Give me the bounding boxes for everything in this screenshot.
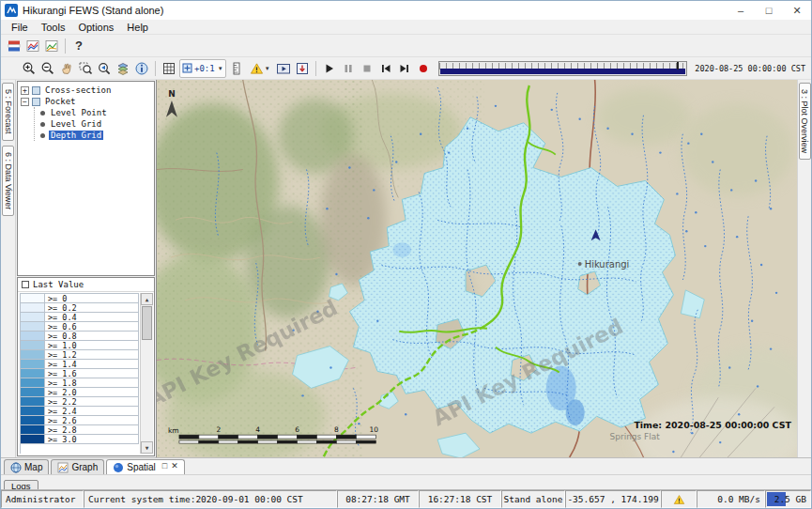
panel-maximize-icon[interactable]: □	[162, 462, 167, 470]
minimize-icon[interactable]: –	[727, 1, 755, 20]
sphere-icon	[113, 462, 124, 473]
scale-tick-label: 2	[216, 425, 221, 434]
dock-tab-data-viewer[interactable]: 6 : Data Viewer	[2, 146, 14, 216]
scale-tick-label: 10	[370, 425, 379, 434]
pan-icon[interactable]	[57, 59, 76, 78]
tab-map-label: Map	[24, 462, 42, 472]
info-icon[interactable]	[132, 59, 151, 78]
timeline-cursor[interactable]	[677, 62, 679, 69]
zoom-box-icon[interactable]	[76, 59, 95, 78]
scale-unit-label: km	[168, 426, 179, 435]
record-button[interactable]	[414, 59, 433, 78]
spatial-map[interactable]: Hikurangi Springs Flat API Key Required …	[157, 80, 797, 457]
tab-spatial-label: Spatial	[127, 462, 156, 472]
scroll-down-icon[interactable]: ▼	[141, 441, 153, 454]
tab-spatial[interactable]: Spatial □ ✕	[106, 459, 185, 474]
legend-threshold-label: >= 0.2	[45, 303, 139, 313]
legend-row: >= 0.8	[21, 332, 139, 341]
legend-threshold-label: >= 0	[45, 294, 139, 303]
status-bar: Administrator Current system time:2020-0…	[1, 489, 811, 508]
panel-close-icon[interactable]: ✕	[171, 462, 178, 470]
place-label: Springs Flat	[610, 432, 661, 441]
main-toolbar: ?	[1, 35, 811, 57]
status-mode: Stand alone	[501, 490, 565, 508]
menu-file[interactable]: File	[5, 22, 35, 33]
legend-scrollbar[interactable]: ▲ ▼	[140, 293, 153, 454]
layer-tree[interactable]: + Cross-section − Pocket Level Point	[17, 81, 155, 276]
legend-threshold-label: >= 1.6	[45, 369, 139, 378]
legend-threshold-label: >= 2.8	[45, 425, 139, 435]
legend-row: >= 0.2	[21, 303, 139, 313]
tree-children: Level Point Level Grid Depth Grid	[34, 107, 154, 141]
warning-dropdown[interactable]: ▼	[247, 59, 273, 78]
explorer-icon[interactable]	[5, 37, 23, 55]
tree-node-label[interactable]: Level Point	[49, 108, 109, 117]
zoom-in-icon[interactable]	[20, 59, 38, 78]
help-icon[interactable]: ?	[69, 37, 88, 55]
legend-color-swatch	[21, 425, 45, 435]
tree-row[interactable]: Level Point	[38, 107, 154, 118]
legend-threshold-label: >= 1.2	[45, 350, 139, 360]
legend-row: >= 0.4	[21, 313, 139, 322]
main-area: 5 : Forecast 6 : Data Viewer + Cross-sec…	[1, 80, 811, 457]
tab-map[interactable]: Map	[4, 459, 49, 474]
legend-threshold-label: >= 0.4	[45, 313, 139, 322]
export-animation-icon[interactable]	[293, 59, 312, 78]
expander-expanded-icon[interactable]: −	[21, 98, 29, 106]
status-warning-cell[interactable]	[661, 490, 697, 508]
close-icon[interactable]: ✕	[783, 1, 811, 20]
legend-color-swatch	[21, 294, 45, 303]
legend-row: >= 1.2	[21, 350, 139, 360]
toolbar-separator	[65, 39, 66, 54]
menu-options[interactable]: Options	[71, 22, 120, 33]
chart-icon	[57, 462, 69, 473]
tree-node-label[interactable]: Level Grid	[49, 119, 103, 129]
timeline-band	[440, 69, 686, 74]
title-bar[interactable]: Hikurangi FEWS (Stand alone) – □ ✕	[1, 1, 811, 20]
pause-button[interactable]	[339, 59, 358, 78]
play-button[interactable]	[320, 59, 339, 78]
town-label: Hikurangi	[585, 259, 630, 270]
dock-tab-forecast[interactable]: 5 : Forecast	[2, 83, 14, 141]
timestep-dropdown[interactable]: +0:1 ▼	[179, 59, 226, 78]
tree-node-label[interactable]: Pocket	[43, 97, 78, 106]
expander-collapsed-icon[interactable]: +	[21, 86, 29, 95]
zoom-out-icon[interactable]	[38, 59, 57, 78]
legend-color-swatch	[21, 360, 45, 369]
legend-threshold-label: >= 0.6	[45, 322, 139, 332]
timeline-slider[interactable]	[438, 61, 688, 76]
layers-icon[interactable]	[114, 59, 132, 78]
skip-to-start-button[interactable]	[376, 59, 395, 78]
spatial-display-icon[interactable]	[42, 37, 61, 55]
last-value-checkbox[interactable]	[22, 281, 29, 288]
folder-icon	[32, 98, 40, 106]
legend-color-swatch	[21, 322, 45, 332]
tree-row[interactable]: Level Grid	[38, 118, 154, 130]
tab-graph[interactable]: Graph	[51, 459, 104, 474]
tree-row[interactable]: + Cross-section	[21, 85, 154, 96]
export-movie-icon[interactable]	[274, 59, 293, 78]
tree-node-label[interactable]: Cross-section	[43, 85, 113, 95]
grid-display-icon[interactable]	[160, 59, 178, 78]
maximize-icon[interactable]: □	[755, 1, 783, 20]
toolbar-separator	[315, 61, 316, 76]
tree-node-label[interactable]: Depth Grid	[49, 131, 103, 140]
legend-color-swatch	[21, 378, 45, 388]
zoom-previous-icon[interactable]	[95, 59, 114, 78]
menu-help[interactable]: Help	[120, 22, 155, 33]
stop-button[interactable]	[358, 59, 376, 78]
tree-row[interactable]: − Pocket	[21, 96, 154, 107]
dock-tab-plot-overview[interactable]: 3 : Plot Overview	[799, 83, 811, 160]
map-canvas[interactable]: Hikurangi Springs Flat API Key Required …	[157, 80, 797, 457]
tree-row-selected[interactable]: Depth Grid	[38, 130, 154, 141]
legend-table: >= 0>= 0.2>= 0.4>= 0.6>= 0.8>= 1.0>= 1.2…	[20, 293, 139, 454]
skip-to-end-button[interactable]	[395, 59, 414, 78]
legend-threshold-label: >= 3.0	[45, 435, 139, 444]
scroll-up-icon[interactable]: ▲	[141, 293, 153, 305]
menu-tools[interactable]: Tools	[35, 22, 72, 33]
leaf-bullet-icon	[40, 122, 45, 127]
app-icon	[5, 4, 18, 17]
timeseries-display-icon[interactable]	[23, 37, 42, 55]
scrollbar-thumb[interactable]	[142, 306, 152, 340]
profile-tool-icon[interactable]	[227, 59, 246, 78]
